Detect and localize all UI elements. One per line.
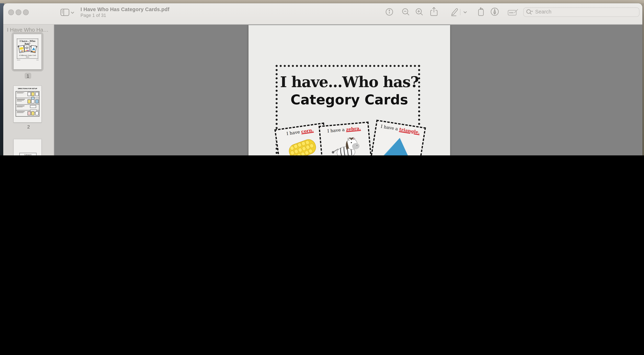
pdf-page-1: I have...Who has? Category Cards I have …: [248, 25, 450, 155]
page-indicator: Page 1 of 31: [80, 13, 170, 18]
zoom-out-icon[interactable]: [402, 8, 410, 16]
page1-title-line2: Category Cards: [248, 92, 450, 108]
thumbnail-page-1[interactable]: I have...Who has? Category Cards: [14, 34, 41, 70]
markup-pencil-icon[interactable]: [450, 7, 458, 16]
window-content: I Have Who Ha… I have...Who has? Categor…: [3, 24, 642, 155]
zebra-image: [327, 130, 364, 156]
thumb1-card-zebra: [24, 44, 30, 52]
info-icon[interactable]: [385, 8, 394, 16]
page-number-2: 2: [3, 124, 54, 129]
thumb1-website: ▪▪▪▪▪▪: [36, 60, 39, 61]
thumbnail-sidebar: I Have Who Ha… I have...Who has? Categor…: [3, 24, 54, 155]
thumb1-subtitle: 4 Different Game Card Sets: [17, 54, 38, 58]
corn-image: [284, 132, 320, 156]
zoom-in-icon[interactable]: [415, 8, 424, 16]
close-button[interactable]: [8, 10, 14, 15]
screen: I Have Who Has Category Cards.pdf Page 1…: [0, 0, 644, 156]
toolbar-divider: [460, 9, 460, 15]
zoom-window-button[interactable]: [23, 10, 29, 15]
thumb1-title1: I have...Who has?: [17, 40, 38, 45]
thumbnail-page-2[interactable]: DIRECTIONS FOR SETUP: [14, 86, 41, 122]
share-icon[interactable]: [430, 7, 438, 16]
sidebar-toggle-icon[interactable]: [60, 8, 69, 16]
minimize-button[interactable]: [16, 10, 22, 15]
search-input[interactable]: [534, 8, 637, 15]
preview-window: I Have Who Has Category Cards.pdf Page 1…: [3, 3, 642, 155]
thumb1-dotted-frame: I have...Who has? Category Cards: [17, 39, 38, 59]
markup-chevron-down-icon[interactable]: [463, 11, 467, 14]
thumb1-card-triangle: [30, 45, 37, 53]
thumb3-line1: Category: [24, 154, 32, 155]
page1-title-line1: I have...Who has?: [248, 73, 450, 90]
window-title: I Have Who Has Category Cards.pdf: [80, 7, 170, 12]
rotate-icon[interactable]: [476, 7, 486, 16]
fill-sign-icon[interactable]: [508, 8, 518, 16]
thumb2-heading: DIRECTIONS FOR SETUP: [14, 88, 41, 90]
thumbnail-page-3[interactable]: Category I have...Who has? Card Set 1: [14, 139, 41, 156]
search-icon: [526, 9, 533, 15]
thumb3-label-box: Category I have...Who has? Card Set 1: [19, 153, 36, 155]
titlebar[interactable]: I Have Who Has Category Cards.pdf Page 1…: [3, 3, 642, 24]
sidebar-chevron-down-icon[interactable]: [70, 12, 74, 14]
thumb1-card-corn: [18, 45, 24, 53]
sketch-pen-icon[interactable]: [490, 7, 499, 16]
page1-card-zebra: I have a zebra.: [318, 122, 374, 156]
page-number-1: 1: [24, 73, 31, 79]
thumb1-byline: ▪▪▪▪▪▪▪▪▪: [17, 60, 20, 61]
pdf-viewer[interactable]: I have...Who has? Category Cards I have …: [54, 24, 642, 155]
thumb2-table: [16, 91, 40, 116]
window-title-block: I Have Who Has Category Cards.pdf Page 1…: [80, 7, 170, 18]
search-field[interactable]: [523, 7, 640, 17]
